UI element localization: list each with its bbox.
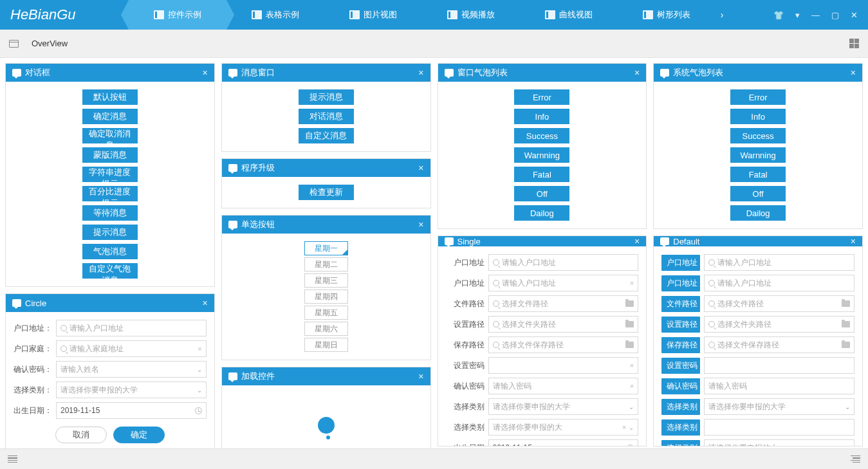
radio-item[interactable]: 星期二 — [304, 257, 348, 271]
maximize-button[interactable]: ▢ — [831, 10, 839, 20]
clear-icon[interactable]: × — [630, 382, 634, 390]
action-button[interactable]: 确定消息 — [82, 109, 138, 124]
card-close[interactable]: × — [203, 68, 208, 78]
field-input[interactable]: 请输入密码× — [488, 378, 639, 394]
field-input[interactable]: 请输入户口地址 — [704, 254, 854, 271]
field-input[interactable]: 选择文件路径 — [488, 295, 639, 312]
minimize-button[interactable]: — — [811, 10, 820, 20]
field-input[interactable] — [704, 357, 854, 374]
field-input[interactable]: 请输入户口地址 — [488, 254, 639, 271]
confirm-input[interactable]: 请输入姓名⌄ — [56, 361, 207, 378]
folder-icon[interactable] — [625, 321, 634, 327]
birth-input[interactable]: 2019-11-15 — [56, 402, 207, 419]
card-close[interactable]: × — [203, 298, 208, 308]
field-input[interactable]: 请输入密码 — [704, 378, 854, 394]
action-button[interactable]: 字符串进度提示 — [82, 167, 138, 182]
nav-tab[interactable]: 曲线视图 — [520, 0, 618, 30]
card-close[interactable]: × — [418, 371, 423, 382]
addr-input[interactable]: 请输入户口地址 — [56, 320, 207, 336]
radio-item[interactable]: 星期一 — [304, 241, 348, 255]
nav-tab[interactable]: 表格示例 — [226, 0, 324, 30]
radio-item[interactable]: 星期日 — [304, 338, 348, 352]
menu-right-icon[interactable] — [851, 455, 860, 463]
radio-item[interactable]: 星期六 — [304, 322, 348, 336]
action-button[interactable]: Dailog — [730, 205, 786, 221]
action-button[interactable]: 气泡消息 — [82, 244, 138, 259]
action-button[interactable]: 确定取消消息 — [82, 128, 138, 143]
field-input[interactable]: 请选择你要申报的大×⌄ — [488, 419, 639, 436]
ok-button[interactable]: 确定 — [113, 427, 165, 443]
action-button[interactable]: Fatal — [730, 167, 786, 182]
field-input[interactable]: 请选择你要申报的大⌄ — [704, 439, 854, 446]
card-close[interactable]: × — [634, 68, 640, 78]
nav-scroll-right[interactable]: › — [716, 0, 728, 30]
home-input[interactable]: 请输入家庭地址× — [56, 340, 207, 357]
action-button[interactable]: Info — [730, 109, 786, 124]
field-input[interactable]: 2019-11-15× — [488, 439, 639, 446]
clear-icon[interactable]: × — [630, 279, 634, 287]
action-button[interactable]: 自定义气泡消息 — [82, 263, 138, 279]
select-input[interactable]: 请选择你要申报的大学⌄ — [56, 382, 207, 398]
field-input[interactable]: 请输入户口地址 — [704, 275, 854, 291]
clear-icon[interactable]: × — [630, 362, 634, 369]
field-input[interactable]: 请输入户口地址× — [488, 275, 639, 291]
action-button[interactable]: Info — [514, 109, 569, 124]
action-button[interactable]: Warnning — [730, 147, 786, 163]
card-close[interactable]: × — [851, 236, 856, 246]
field-input[interactable] — [704, 419, 854, 436]
action-button[interactable]: 等待消息 — [82, 205, 138, 221]
card-close[interactable]: × — [418, 219, 423, 230]
action-button[interactable]: Error — [514, 89, 569, 105]
menu-icon[interactable] — [8, 455, 17, 463]
card-close[interactable]: × — [418, 68, 423, 78]
field-input[interactable]: 选择文件夹路径 — [488, 316, 639, 333]
action-button[interactable]: 提示消息 — [82, 225, 138, 240]
layout-icon[interactable] — [9, 40, 19, 48]
cancel-button[interactable]: 取消 — [55, 427, 107, 443]
field-input[interactable]: 选择文件保存路径 — [488, 336, 639, 353]
card-close[interactable]: × — [418, 163, 423, 173]
action-button[interactable]: 提示消息 — [299, 89, 354, 105]
radio-item[interactable]: 星期五 — [304, 306, 348, 320]
field-input[interactable]: 选择文件夹路径 — [704, 316, 854, 333]
action-button[interactable]: 自定义消息 — [299, 128, 354, 143]
folder-icon[interactable] — [842, 342, 850, 348]
action-button[interactable]: Warnning — [514, 147, 569, 163]
action-button[interactable]: 默认按钮 — [82, 89, 138, 105]
action-button[interactable]: 检查更新 — [299, 185, 354, 200]
nav-tab[interactable]: 树形列表 — [618, 0, 716, 30]
clear-icon[interactable]: × — [198, 345, 201, 353]
nav-tab[interactable]: 视频播放 — [422, 0, 520, 30]
field-input[interactable]: 请选择你要申报的大学⌄ — [488, 398, 639, 415]
radio-item[interactable]: 星期三 — [304, 273, 348, 288]
folder-icon[interactable] — [625, 342, 634, 348]
action-button[interactable]: 蒙版消息 — [82, 147, 138, 163]
action-button[interactable]: Off — [514, 186, 569, 201]
radio-item[interactable]: 星期四 — [304, 290, 348, 304]
action-button[interactable]: Success — [730, 128, 786, 143]
folder-icon[interactable] — [842, 300, 850, 307]
theme-icon[interactable]: 👕 — [773, 10, 784, 20]
card-close[interactable]: × — [634, 236, 640, 246]
close-button[interactable]: ✕ — [851, 10, 858, 20]
clear-icon[interactable]: × — [622, 423, 626, 431]
card-close[interactable]: × — [851, 68, 856, 78]
nav-tab[interactable]: 图片视图 — [324, 0, 422, 30]
clear-icon[interactable]: × — [620, 444, 624, 446]
action-button[interactable]: 百分比进度提示 — [82, 186, 138, 201]
action-button[interactable]: 对话消息 — [299, 109, 354, 124]
folder-icon[interactable] — [842, 321, 850, 327]
field-input[interactable]: 选择文件路径 — [704, 295, 854, 312]
field-input[interactable]: × — [488, 357, 639, 374]
action-button[interactable]: Success — [514, 128, 569, 143]
action-button[interactable]: Off — [730, 186, 786, 201]
field-input[interactable]: 请选择你要申报的大学⌄ — [704, 398, 854, 415]
nav-tab[interactable]: 控件示例 — [129, 0, 226, 30]
folder-icon[interactable] — [625, 300, 634, 307]
windows-icon[interactable] — [849, 39, 859, 48]
action-button[interactable]: Fatal — [514, 167, 569, 182]
caret-down-icon[interactable]: ▾ — [795, 10, 800, 20]
action-button[interactable]: Dailog — [514, 205, 569, 221]
field-input[interactable]: 选择文件保存路径 — [704, 336, 854, 353]
action-button[interactable]: Error — [730, 89, 786, 105]
